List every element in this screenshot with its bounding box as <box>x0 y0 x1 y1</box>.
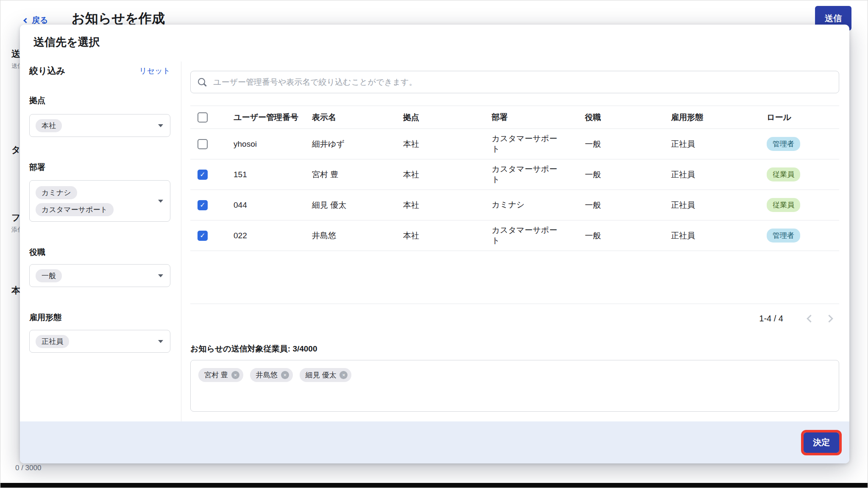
filter-position-chips: 一般 <box>36 265 62 287</box>
role-badge: 管理者 <box>767 229 800 243</box>
col-header-employment: 雇用形態 <box>671 112 767 123</box>
filter-employment-chips: 正社員 <box>36 331 69 352</box>
table-row[interactable]: 022 井島悠 本社 カスタマーサポート 一般 正社員 管理者 <box>190 220 839 251</box>
filter-chip: カスタマーサポート <box>36 203 114 216</box>
filter-select-site[interactable]: 本社 <box>29 114 170 137</box>
filter-chip: 正社員 <box>36 335 69 348</box>
user-table: ユーザー管理番号 表示名 拠点 部署 役職 雇用形態 ロール yhosoi 細井… <box>190 106 839 251</box>
remove-chip-icon[interactable]: × <box>231 371 239 379</box>
body-char-count: 0 / 3000 <box>15 464 41 472</box>
clipped-label-file: フ <box>11 212 21 223</box>
cell-position: 一般 <box>585 230 671 241</box>
filter-department-chips: カミナシ カスタマーサポート <box>36 182 114 220</box>
clipped-label-body: 本 <box>11 284 20 296</box>
chevron-down-icon <box>158 340 163 343</box>
back-chevron-icon <box>23 18 29 23</box>
cell-department: カスタマーサポート <box>492 164 563 185</box>
selected-recipients-box: 宮村 豊 × 井島悠 × 細見 優太 × <box>190 360 839 412</box>
cell-employment: 正社員 <box>671 230 767 241</box>
col-header-position: 役職 <box>585 112 671 123</box>
user-search-box <box>190 71 839 93</box>
cell-user-id: 044 <box>234 201 312 210</box>
selected-chip-label: 細見 優太 <box>306 370 337 380</box>
cell-site: 本社 <box>403 169 492 180</box>
selected-chip: 細見 優太 × <box>300 368 352 382</box>
cell-employment: 正社員 <box>671 169 767 180</box>
selected-summary: お知らせの送信対象従業員: 3/4000 <box>190 343 839 354</box>
clipped-label-recipient: 送 <box>11 48 20 60</box>
filter-label-employment: 雇用形態 <box>29 312 61 323</box>
next-page-button[interactable] <box>820 310 838 328</box>
confirm-button[interactable]: 決定 <box>804 432 839 453</box>
filter-chip: 一般 <box>36 269 62 282</box>
prev-page-button[interactable] <box>801 310 820 328</box>
pagination: 1-4 / 4 <box>190 304 839 333</box>
cell-site: 本社 <box>403 139 492 150</box>
col-header-department: 部署 <box>492 112 585 123</box>
recipient-select-modal: 送信先を選択 絞り込み リセット 拠点 本社 部署 カミナシ カスタマーサポート… <box>20 25 849 463</box>
table-empty-space <box>190 251 839 304</box>
cell-user-id: 151 <box>234 170 312 179</box>
row-checkbox[interactable] <box>198 231 208 241</box>
cell-display-name: 宮村 豊 <box>312 169 403 180</box>
cell-site: 本社 <box>403 230 492 241</box>
cell-employment: 正社員 <box>671 139 767 150</box>
role-badge: 管理者 <box>767 137 800 151</box>
modal-main: ユーザー管理番号 表示名 拠点 部署 役職 雇用形態 ロール yhosoi 細井… <box>190 71 839 412</box>
cell-department: カミナシ <box>492 200 563 210</box>
table-row[interactable]: 151 宮村 豊 本社 カスタマーサポート 一般 正社員 従業員 <box>190 159 839 190</box>
table-row[interactable]: yhosoi 細井ゆず 本社 カスタマーサポート 一般 正社員 管理者 <box>190 129 839 159</box>
table-row[interactable]: 044 細見 優太 本社 カミナシ 一般 正社員 従業員 <box>190 190 839 220</box>
cell-user-id: yhosoi <box>234 139 312 149</box>
row-checkbox[interactable] <box>198 170 208 180</box>
filter-chip: カミナシ <box>36 186 77 199</box>
row-checkbox[interactable] <box>198 139 208 149</box>
filter-select-position[interactable]: 一般 <box>29 264 170 287</box>
cell-display-name: 細井ゆず <box>312 139 403 150</box>
search-input[interactable] <box>212 77 832 87</box>
filter-label-department: 部署 <box>29 162 45 173</box>
remove-chip-icon[interactable]: × <box>281 371 289 379</box>
filters-reset-link[interactable]: リセット <box>139 66 170 76</box>
cell-employment: 正社員 <box>671 200 767 211</box>
col-header-display-name: 表示名 <box>312 112 403 123</box>
filter-label-position: 役職 <box>29 247 45 258</box>
search-icon <box>198 78 207 87</box>
chevron-right-icon <box>825 315 833 322</box>
cell-display-name: 細見 優太 <box>312 200 403 211</box>
role-badge: 従業員 <box>767 167 800 181</box>
filter-chip: 本社 <box>36 119 62 132</box>
bottom-bar <box>0 483 868 488</box>
filter-select-employment[interactable]: 正社員 <box>29 330 170 353</box>
row-checkbox[interactable] <box>198 200 208 210</box>
filter-label-site: 拠点 <box>29 95 45 106</box>
table-header-row: ユーザー管理番号 表示名 拠点 部署 役職 雇用形態 ロール <box>190 106 839 129</box>
selected-chip-label: 井島悠 <box>256 370 278 380</box>
selected-chip: 宮村 豊 × <box>198 368 243 382</box>
cell-user-id: 022 <box>234 231 312 240</box>
col-header-role: ロール <box>767 112 839 123</box>
filters-title: 絞り込み <box>29 65 65 77</box>
sidebar-divider <box>181 61 181 421</box>
chevron-down-icon <box>158 124 163 127</box>
col-header-user-id: ユーザー管理番号 <box>234 112 312 123</box>
screen: 戻る お知らせを作成 送信 送 送信 タ フ 添付 本 0 / 3000 送信先… <box>0 0 868 488</box>
selected-chip: 井島悠 × <box>250 368 293 382</box>
modal-footer: 決定 <box>20 421 849 463</box>
filters-header: 絞り込み リセット <box>29 65 170 77</box>
chevron-left-icon <box>807 315 814 322</box>
select-all-checkbox[interactable] <box>198 112 208 123</box>
selected-chip-label: 宮村 豊 <box>204 370 228 380</box>
cell-site: 本社 <box>403 200 492 211</box>
clipped-label-title: タ <box>11 144 21 156</box>
remove-chip-icon[interactable]: × <box>339 371 348 379</box>
cell-position: 一般 <box>585 200 671 211</box>
chevron-down-icon <box>158 200 163 203</box>
modal-title: 送信先を選択 <box>33 35 100 50</box>
filter-site-chips: 本社 <box>36 115 62 137</box>
cell-position: 一般 <box>585 139 671 150</box>
cell-position: 一般 <box>585 169 671 180</box>
filter-select-department[interactable]: カミナシ カスタマーサポート <box>29 180 170 222</box>
col-header-site: 拠点 <box>403 112 492 123</box>
pagination-range: 1-4 / 4 <box>759 314 783 323</box>
